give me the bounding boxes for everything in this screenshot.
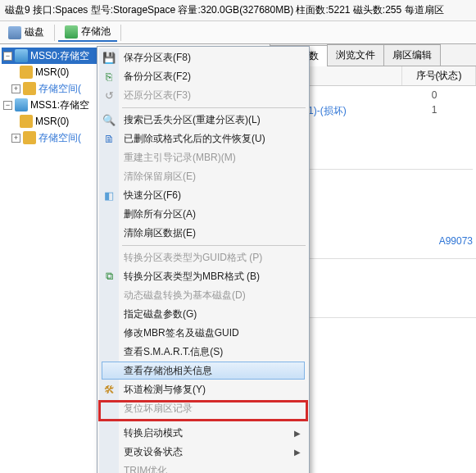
- toolbar-separator: [120, 25, 121, 41]
- lock-icon: [20, 66, 33, 79]
- expand-icon[interactable]: +: [11, 84, 20, 93]
- menu-label: 修改MBR签名及磁盘GUID: [124, 326, 239, 340]
- menu-restore-partition-table[interactable]: ↺ 还原分区表(F3): [99, 86, 307, 105]
- menu-view-storage-pool-info[interactable]: 查看存储池相关信息: [99, 362, 307, 380]
- menu-label: 坏道检测与修复(Y): [124, 383, 206, 397]
- tab-browse-files[interactable]: 浏览文件: [327, 44, 384, 66]
- menu-label: 清除扇区数据(E): [124, 226, 196, 240]
- tab-sector-edit[interactable]: 扇区编辑: [383, 44, 441, 66]
- menu-rebuild-mbr[interactable]: 重建主引导记录(MBR)(M): [99, 148, 307, 167]
- menu-change-boot-mode[interactable]: 转换启动模式 ▶: [99, 424, 307, 443]
- pool-icon: [65, 25, 78, 39]
- menu-convert-mbr[interactable]: ⧉ 转换分区表类型为MBR格式 (B): [99, 267, 307, 286]
- value-id: A99073: [439, 235, 473, 247]
- tree-label: MSR(0): [35, 66, 69, 78]
- menu-label: 更改设备状态: [124, 445, 183, 459]
- menu-label: 转换分区表类型为MBR格式 (B): [124, 270, 260, 284]
- menu-label: 搜索已丢失分区(重建分区表)(L): [124, 113, 261, 127]
- save-icon: 💾: [102, 51, 116, 64]
- lock-icon: [23, 131, 36, 144]
- search-icon: 🔍: [102, 113, 116, 126]
- menu-recover-files[interactable]: 🗎 已删除或格式化后的文件恢复(U): [99, 130, 307, 148]
- tree-label: 存储空间(: [39, 131, 81, 145]
- menu-delete-all-partitions[interactable]: 删除所有分区(A): [99, 205, 307, 224]
- menu-specify-disk-params[interactable]: 指定磁盘参数(G): [99, 305, 307, 324]
- disk-pane-button[interactable]: 磁盘: [2, 24, 51, 41]
- pool-pane-button[interactable]: 存储池: [58, 23, 117, 42]
- expand-icon[interactable]: +: [11, 134, 20, 143]
- menu-bad-track-check[interactable]: 🛠 坏道检测与修复(Y): [99, 380, 307, 399]
- restore-icon: ↺: [102, 89, 116, 102]
- menu-label: 清除保留扇区(E): [124, 170, 196, 184]
- menu-separator: [122, 421, 306, 421]
- lock-icon: [20, 115, 33, 128]
- disk-icon: [8, 26, 21, 39]
- menu-label: 保存分区表(F8): [124, 51, 191, 65]
- submenu-arrow-icon: ▶: [294, 448, 301, 457]
- menu-label: 指定磁盘参数(G): [124, 307, 197, 321]
- menu-search-lost-partitions[interactable]: 🔍 搜索已丢失分区(重建分区表)(L): [99, 111, 307, 130]
- tree-label: 存储空间(: [39, 82, 81, 96]
- menu-label: 快速分区(F6): [124, 189, 181, 202]
- disk-pane-label: 磁盘: [25, 25, 44, 39]
- collapse-icon[interactable]: −: [3, 101, 12, 110]
- convert-icon: ⧉: [102, 270, 116, 283]
- partition-status: 0: [397, 89, 471, 101]
- menu-separator: [122, 245, 306, 246]
- tree-label: MSS0:存储空: [30, 49, 89, 63]
- menu-label: 转换启动模式: [124, 426, 183, 440]
- storage-space-icon: [15, 49, 28, 62]
- collapse-icon[interactable]: −: [3, 52, 12, 61]
- menu-label: 动态磁盘转换为基本磁盘(D): [124, 289, 246, 302]
- menu-dynamic-to-basic[interactable]: 动态磁盘转换为基本磁盘(D): [99, 286, 307, 305]
- context-menu: 💾 保存分区表(F8) ⎘ 备份分区表(F2) ↺ 还原分区表(F3) 🔍 搜索…: [97, 46, 310, 473]
- menu-label: TRIM优化: [124, 464, 167, 473]
- pool-pane-label: 存储池: [81, 25, 111, 39]
- menu-modify-mbr-signature[interactable]: 修改MBR签名及磁盘GUID: [99, 324, 307, 343]
- menu-backup-partition-table[interactable]: ⎘ 备份分区表(F2): [99, 67, 307, 86]
- menu-clear-reserved-sectors[interactable]: 清除保留扇区(E): [99, 167, 307, 186]
- toolbar-separator: [54, 25, 55, 41]
- menu-label: 查看存储池相关信息: [124, 364, 212, 378]
- menu-label: 转换分区表类型为GUID格式 (P): [124, 251, 262, 265]
- recover-icon: 🗎: [102, 132, 116, 145]
- disk-info-bar: 磁盘9 接口:Spaces 型号:StorageSpace 容量:320.0GB…: [0, 0, 476, 21]
- menu-label: 重建主引导记录(MBR)(M): [124, 151, 236, 165]
- tree-label: MSR(0): [35, 116, 69, 127]
- menu-quick-partition[interactable]: ◧ 快速分区(F6): [99, 186, 307, 205]
- backup-icon: ⎘: [102, 70, 116, 83]
- col-status: 序号(状态): [402, 66, 476, 85]
- menu-label: 备份分区表(F2): [124, 70, 191, 84]
- menu-label: 删除所有分区(A): [124, 207, 196, 221]
- menu-clear-sector-data[interactable]: 清除扇区数据(E): [99, 224, 307, 243]
- menu-save-partition-table[interactable]: 💾 保存分区表(F8): [99, 48, 307, 67]
- tree-label: MSS1:存储空: [30, 98, 89, 112]
- menu-label: 还原分区表(F3): [124, 89, 191, 102]
- toolbar: 磁盘 存储池: [0, 21, 476, 44]
- menu-label: 查看S.M.A.R.T.信息(S): [124, 345, 223, 359]
- storage-space-icon: [15, 98, 28, 111]
- menu-trim-optimize[interactable]: TRIM优化: [99, 462, 307, 473]
- wrench-icon: 🛠: [102, 383, 116, 396]
- menu-separator: [122, 107, 306, 108]
- menu-label: 复位坏扇区记录: [124, 402, 193, 416]
- menu-label: 已删除或格式化后的文件恢复(U): [124, 132, 265, 146]
- menu-convert-guid[interactable]: 转换分区表类型为GUID格式 (P): [99, 248, 307, 267]
- partition-status: 1: [397, 104, 471, 118]
- partition-icon: ◧: [102, 189, 116, 202]
- menu-change-device-state[interactable]: 更改设备状态 ▶: [99, 443, 307, 462]
- menu-view-smart[interactable]: 查看S.M.A.R.T.信息(S): [99, 343, 307, 362]
- lock-icon: [23, 82, 36, 95]
- submenu-arrow-icon: ▶: [294, 429, 301, 438]
- menu-reset-bad-sectors[interactable]: 复位坏扇区记录: [99, 399, 307, 418]
